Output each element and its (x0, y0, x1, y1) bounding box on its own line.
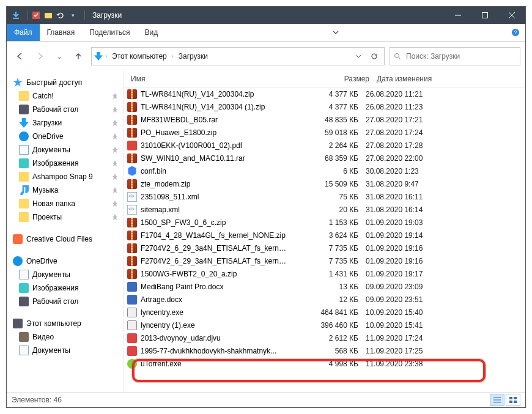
crumb-current[interactable]: Загрузки (176, 52, 210, 61)
nav-onedrive[interactable]: OneDrive (7, 254, 123, 268)
minimize-button[interactable] (445, 7, 471, 24)
tab-view[interactable]: Вид (137, 24, 165, 41)
file-row[interactable]: conf.bin6 КБ30.08.2020 1:23 (124, 164, 525, 177)
quick-undo-icon[interactable] (56, 11, 65, 20)
nav-creative-cloud[interactable]: Creative Cloud Files (7, 232, 123, 246)
video-icon (19, 332, 29, 342)
nav-item[interactable]: Рабочий стол (7, 103, 123, 116)
zip-icon (127, 153, 137, 163)
nav-item[interactable]: Изображения (7, 157, 123, 170)
nav-quick-access[interactable]: Быстрый доступ (7, 76, 123, 89)
chevron-right-icon[interactable]: › (172, 53, 174, 59)
nav-item[interactable]: Загрузки (7, 116, 123, 130)
nav-item[interactable]: Видео (7, 330, 123, 344)
djvu-icon (127, 346, 137, 356)
file-rows[interactable]: TL-WR841N(RU)_V14_200304.zip4 377 КБ26.0… (124, 87, 525, 392)
file-row[interactable]: lyncentry.exe464 841 КБ10.09.2020 15:40 (124, 306, 525, 319)
view-details-button[interactable] (490, 394, 504, 406)
nav-back-button[interactable] (12, 48, 28, 64)
file-date: 11.09.2020 23:38 (362, 360, 476, 368)
nav-up-button[interactable] (70, 48, 86, 64)
file-row[interactable]: MF831WEBDL_B05.rar48 835 КБ27.08.2020 17… (124, 113, 525, 126)
file-size: 396 460 КБ (290, 321, 362, 330)
pin-icon (112, 173, 119, 180)
nav-item[interactable]: Документы (7, 344, 123, 357)
file-row[interactable]: F2704V2_6_29_3a4N_ETISALAT_fs_kernel_...… (124, 242, 525, 254)
file-name: Artrage.docx (141, 295, 182, 304)
nav-pane[interactable]: Быстрый доступ Catch!Рабочий столЗагрузк… (7, 71, 124, 392)
file-name: 2013-dvoynoy_udar.djvu (141, 334, 221, 342)
nav-recent-button[interactable]: ⌄ (53, 53, 65, 60)
monitor-icon (19, 297, 29, 306)
nav-item[interactable]: Документы (7, 268, 123, 281)
pin-icon (112, 133, 119, 140)
view-large-button[interactable] (506, 394, 520, 406)
nav-item[interactable]: Музыка (7, 183, 123, 197)
quick-properties-icon[interactable] (32, 11, 40, 20)
help-icon[interactable]: ? (506, 24, 525, 41)
file-size: 13 КБ (290, 283, 362, 291)
nav-item[interactable]: Изображения (7, 281, 123, 295)
breadcrumb-dropdown-icon[interactable] (351, 49, 366, 64)
file-row[interactable]: zte_modem.zip15 509 КБ31.08.2020 9:47 (124, 177, 525, 190)
file-row[interactable]: TL-WR841N(RU)_V14_200304.zip4 377 КБ26.0… (124, 87, 525, 100)
file-row[interactable]: sitemap.xml20 КБ31.08.2020 16:14 (124, 203, 525, 216)
file-row[interactable]: MediBang Paint Pro.docx13 КБ09.09.2020 2… (124, 280, 525, 293)
status-bar: Элементов: 46 (7, 392, 525, 407)
pin-icon (112, 200, 119, 207)
file-row[interactable]: SW_WIN10_and_MAC10.11.rar68 359 КБ27.08.… (124, 152, 525, 164)
file-row[interactable]: 31010EKK-(V100R001_02).pdf2 264 КБ27.08.… (124, 139, 525, 152)
file-name: F2704V2_6_29_3a4N_ETISALAT_fs_kernel_... (141, 244, 290, 253)
file-date: 01.09.2020 19:14 (362, 231, 476, 240)
quick-dropdown-icon[interactable]: ▾ (68, 11, 77, 20)
header-size[interactable]: Размер (297, 75, 373, 83)
file-date: 27.08.2020 17:24 (362, 128, 476, 137)
svg-rect-8 (509, 401, 512, 403)
crumb-root[interactable]: Этот компьютер (109, 52, 169, 61)
file-row[interactable]: Artrage.docx12 КБ09.09.2020 23:51 (124, 293, 525, 306)
ribbon-expand-icon[interactable] (326, 24, 345, 41)
header-name[interactable]: Имя (127, 75, 297, 83)
nav-item[interactable]: Ashampoo Snap 9 (7, 170, 123, 183)
file-name: MediBang Paint Pro.docx (141, 283, 223, 291)
file-row[interactable]: TL-WR841N(RU)_V14_200304 (1).zip4 377 КБ… (124, 100, 525, 113)
header-date[interactable]: Дата изменения (373, 75, 490, 83)
nav-item[interactable]: Рабочий стол (7, 295, 123, 308)
chevron-right-icon[interactable]: › (105, 53, 107, 59)
search-box[interactable] (390, 47, 520, 65)
file-row[interactable]: F1704_4_28_W1a4GL_fs_kernel_NONE.zip3 62… (124, 229, 525, 242)
nav-item[interactable]: Catch! (7, 89, 123, 103)
nav-item[interactable]: Документы (7, 143, 123, 157)
file-size: 7 735 КБ (290, 257, 362, 265)
nav-item[interactable]: Новая папка (7, 197, 123, 210)
tab-file[interactable]: Файл (7, 24, 40, 41)
maximize-button[interactable] (471, 7, 498, 24)
refresh-icon[interactable] (367, 49, 382, 64)
file-size: 3 624 КБ (290, 231, 362, 240)
file-row[interactable]: 2351098_511.xml75 КБ31.08.2020 16:11 (124, 190, 525, 203)
tab-share[interactable]: Поделиться (82, 24, 137, 41)
file-row[interactable]: PO_Huawei_E1800.zip59 018 КБ27.08.2020 1… (124, 126, 525, 139)
word-icon (127, 282, 137, 292)
zip-icon (127, 179, 137, 189)
file-list-pane: Имя Размер Дата изменения TL-WR841N(RU)_… (124, 71, 525, 392)
file-row[interactable]: 1995-77-dvukhkhodovykh-shakhmatnyk...568… (124, 344, 525, 357)
file-row[interactable]: lyncentry (1).exe396 460 КБ10.09.2020 15… (124, 319, 525, 331)
close-button[interactable] (498, 7, 525, 24)
file-name: zte_modem.zip (141, 180, 190, 188)
nav-forward-button[interactable] (32, 48, 48, 64)
file-row[interactable]: uTorrent.exe4 998 КБ11.09.2020 23:38 (124, 357, 525, 370)
tab-home[interactable]: Главная (40, 24, 83, 41)
file-row[interactable]: 1500WG-FWBT2_0_20_a.zip1 431 КБ01.09.202… (124, 267, 525, 280)
file-size: 568 КБ (290, 347, 362, 355)
file-row[interactable]: F2704V2_6_29_3a4N_ETISALAT_fs_kernel_...… (124, 254, 525, 267)
file-row[interactable]: 1500_SP_FW3_0_6_c.zip1 153 КБ01.09.2020 … (124, 216, 525, 229)
search-input[interactable] (405, 51, 516, 61)
file-row[interactable]: 2013-dvoynoy_udar.djvu2 612 КБ11.09.2020… (124, 331, 525, 344)
nav-item[interactable]: OneDrive (7, 130, 123, 143)
nav-this-pc[interactable]: Этот компьютер (7, 317, 123, 330)
breadcrumb[interactable]: › Этот компьютер › Загрузки (91, 47, 385, 65)
quick-newfolder-icon[interactable] (44, 11, 53, 20)
folder-icon (19, 212, 29, 222)
nav-item[interactable]: Проекты (7, 210, 123, 224)
